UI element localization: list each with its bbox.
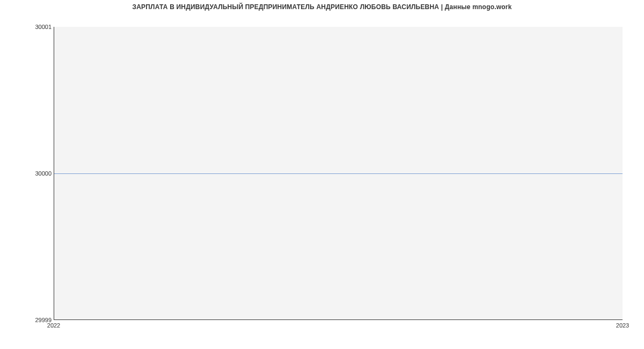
- chart-container: ЗАРПЛАТА В ИНДИВИДУАЛЬНЫЙ ПРЕДПРИНИМАТЕЛ…: [0, 0, 644, 349]
- y-tick-label: 30001: [35, 24, 52, 30]
- x-tick-label: 2022: [47, 322, 60, 329]
- x-tick-label: 2023: [616, 322, 629, 329]
- chart-title: ЗАРПЛАТА В ИНДИВИДУАЛЬНЫЙ ПРЕДПРИНИМАТЕЛ…: [0, 3, 644, 11]
- plot-area: [54, 27, 623, 320]
- y-tick-label: 30000: [35, 170, 52, 177]
- data-line: [54, 173, 623, 174]
